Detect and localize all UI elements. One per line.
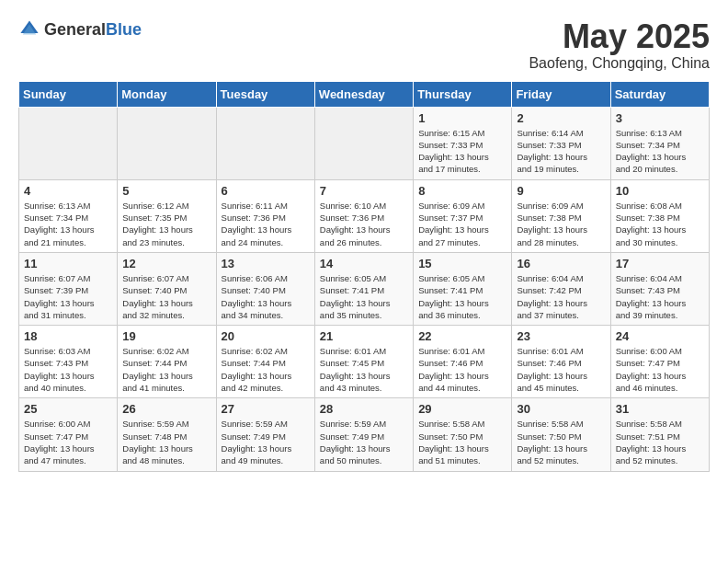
day-number: 7 — [320, 184, 408, 198]
day-number: 4 — [24, 184, 112, 198]
table-row: 18Sunrise: 6:03 AM Sunset: 7:43 PM Dayli… — [19, 326, 118, 398]
day-number: 10 — [616, 184, 704, 198]
day-number: 1 — [418, 111, 506, 125]
header: GeneralBlue May 2025 Baofeng, Chongqing,… — [18, 18, 710, 72]
day-info: Sunrise: 6:12 AM Sunset: 7:35 PM Dayligh… — [122, 200, 210, 248]
day-number: 24 — [616, 329, 704, 343]
day-info: Sunrise: 6:01 AM Sunset: 7:46 PM Dayligh… — [517, 345, 605, 394]
day-number: 13 — [222, 257, 310, 270]
table-row: 31Sunrise: 5:58 AM Sunset: 7:51 PM Dayli… — [610, 398, 709, 471]
day-info: Sunrise: 5:58 AM Sunset: 7:51 PM Dayligh… — [616, 418, 704, 466]
table-row: 13Sunrise: 6:06 AM Sunset: 7:40 PM Dayli… — [216, 252, 314, 325]
table-row: 6Sunrise: 6:11 AM Sunset: 7:36 PM Daylig… — [216, 179, 314, 252]
day-number: 3 — [616, 111, 704, 125]
day-info: Sunrise: 6:01 AM Sunset: 7:46 PM Dayligh… — [418, 345, 506, 394]
table-row: 23Sunrise: 6:01 AM Sunset: 7:46 PM Dayli… — [512, 326, 610, 398]
day-info: Sunrise: 6:13 AM Sunset: 7:34 PM Dayligh… — [616, 127, 704, 176]
calendar-subtitle: Baofeng, Chongqing, China — [529, 55, 710, 72]
table-row: 5Sunrise: 6:12 AM Sunset: 7:35 PM Daylig… — [118, 179, 216, 252]
day-info: Sunrise: 6:03 AM Sunset: 7:43 PM Dayligh… — [24, 345, 112, 394]
day-number: 30 — [517, 402, 605, 416]
title-area: May 2025 Baofeng, Chongqing, China — [529, 18, 710, 72]
table-row — [19, 107, 118, 179]
day-info: Sunrise: 6:02 AM Sunset: 7:44 PM Dayligh… — [122, 345, 210, 394]
table-row: 7Sunrise: 6:10 AM Sunset: 7:36 PM Daylig… — [314, 179, 413, 252]
logo-blue: Blue — [106, 20, 142, 39]
day-number: 23 — [517, 329, 605, 343]
day-info: Sunrise: 6:07 AM Sunset: 7:39 PM Dayligh… — [24, 272, 112, 321]
header-tuesday: Tuesday — [216, 81, 314, 107]
table-row: 8Sunrise: 6:09 AM Sunset: 7:37 PM Daylig… — [414, 179, 512, 252]
day-info: Sunrise: 6:09 AM Sunset: 7:38 PM Dayligh… — [517, 200, 605, 248]
table-row: 15Sunrise: 6:05 AM Sunset: 7:41 PM Dayli… — [414, 252, 512, 325]
header-thursday: Thursday — [414, 81, 512, 107]
calendar-week-row: 18Sunrise: 6:03 AM Sunset: 7:43 PM Dayli… — [19, 326, 710, 398]
day-info: Sunrise: 6:09 AM Sunset: 7:37 PM Dayligh… — [418, 200, 506, 248]
day-info: Sunrise: 5:59 AM Sunset: 7:48 PM Dayligh… — [122, 418, 210, 466]
day-info: Sunrise: 6:05 AM Sunset: 7:41 PM Dayligh… — [418, 272, 506, 321]
day-info: Sunrise: 6:04 AM Sunset: 7:43 PM Dayligh… — [616, 272, 704, 321]
day-info: Sunrise: 5:58 AM Sunset: 7:50 PM Dayligh… — [418, 418, 506, 466]
day-info: Sunrise: 6:15 AM Sunset: 7:33 PM Dayligh… — [418, 127, 506, 176]
day-number: 19 — [122, 329, 210, 343]
day-number: 8 — [418, 184, 506, 198]
day-number: 5 — [122, 184, 210, 198]
table-row — [216, 107, 314, 179]
day-info: Sunrise: 5:59 AM Sunset: 7:49 PM Dayligh… — [320, 418, 408, 466]
day-info: Sunrise: 6:05 AM Sunset: 7:41 PM Dayligh… — [320, 272, 408, 321]
table-row: 10Sunrise: 6:08 AM Sunset: 7:38 PM Dayli… — [610, 179, 709, 252]
day-number: 17 — [616, 257, 704, 270]
day-info: Sunrise: 5:58 AM Sunset: 7:50 PM Dayligh… — [517, 418, 605, 466]
day-number: 29 — [418, 402, 506, 416]
table-row: 22Sunrise: 6:01 AM Sunset: 7:46 PM Dayli… — [414, 326, 512, 398]
day-info: Sunrise: 6:11 AM Sunset: 7:36 PM Dayligh… — [222, 200, 310, 248]
table-row: 28Sunrise: 5:59 AM Sunset: 7:49 PM Dayli… — [314, 398, 413, 471]
calendar-title: May 2025 — [529, 18, 710, 55]
logo: GeneralBlue — [18, 18, 142, 40]
weekday-header-row: Sunday Monday Tuesday Wednesday Thursday… — [19, 81, 710, 107]
header-friday: Friday — [512, 81, 610, 107]
day-number: 12 — [122, 257, 210, 270]
day-number: 31 — [616, 402, 704, 416]
day-number: 27 — [222, 402, 310, 416]
day-number: 28 — [320, 402, 408, 416]
table-row: 1Sunrise: 6:15 AM Sunset: 7:33 PM Daylig… — [414, 107, 512, 179]
day-number: 6 — [222, 184, 310, 198]
day-number: 20 — [222, 329, 310, 343]
day-info: Sunrise: 6:02 AM Sunset: 7:44 PM Dayligh… — [222, 345, 310, 394]
day-info: Sunrise: 6:00 AM Sunset: 7:47 PM Dayligh… — [24, 418, 112, 466]
table-row: 27Sunrise: 5:59 AM Sunset: 7:49 PM Dayli… — [216, 398, 314, 471]
day-number: 2 — [517, 111, 605, 125]
header-wednesday: Wednesday — [314, 81, 413, 107]
day-number: 9 — [517, 184, 605, 198]
table-row: 11Sunrise: 6:07 AM Sunset: 7:39 PM Dayli… — [19, 252, 118, 325]
table-row: 4Sunrise: 6:13 AM Sunset: 7:34 PM Daylig… — [19, 179, 118, 252]
day-info: Sunrise: 6:10 AM Sunset: 7:36 PM Dayligh… — [320, 200, 408, 248]
table-row: 2Sunrise: 6:14 AM Sunset: 7:33 PM Daylig… — [512, 107, 610, 179]
day-number: 25 — [24, 402, 112, 416]
day-info: Sunrise: 6:01 AM Sunset: 7:45 PM Dayligh… — [320, 345, 408, 394]
day-info: Sunrise: 6:00 AM Sunset: 7:47 PM Dayligh… — [616, 345, 704, 394]
table-row: 26Sunrise: 5:59 AM Sunset: 7:48 PM Dayli… — [118, 398, 216, 471]
table-row: 3Sunrise: 6:13 AM Sunset: 7:34 PM Daylig… — [610, 107, 709, 179]
table-row — [314, 107, 413, 179]
table-row: 14Sunrise: 6:05 AM Sunset: 7:41 PM Dayli… — [314, 252, 413, 325]
table-row: 16Sunrise: 6:04 AM Sunset: 7:42 PM Dayli… — [512, 252, 610, 325]
logo-general: General — [44, 20, 106, 39]
day-number: 11 — [24, 257, 112, 270]
logo-text: GeneralBlue — [44, 20, 142, 40]
day-number: 15 — [418, 257, 506, 270]
day-info: Sunrise: 6:07 AM Sunset: 7:40 PM Dayligh… — [122, 272, 210, 321]
table-row: 29Sunrise: 5:58 AM Sunset: 7:50 PM Dayli… — [414, 398, 512, 471]
day-number: 14 — [320, 257, 408, 270]
day-info: Sunrise: 6:04 AM Sunset: 7:42 PM Dayligh… — [517, 272, 605, 321]
table-row: 24Sunrise: 6:00 AM Sunset: 7:47 PM Dayli… — [610, 326, 709, 398]
calendar-table: Sunday Monday Tuesday Wednesday Thursday… — [18, 81, 710, 472]
calendar-week-row: 4Sunrise: 6:13 AM Sunset: 7:34 PM Daylig… — [19, 179, 710, 252]
table-row — [118, 107, 216, 179]
calendar-week-row: 1Sunrise: 6:15 AM Sunset: 7:33 PM Daylig… — [19, 107, 710, 179]
day-number: 26 — [122, 402, 210, 416]
table-row: 25Sunrise: 6:00 AM Sunset: 7:47 PM Dayli… — [19, 398, 118, 471]
table-row: 30Sunrise: 5:58 AM Sunset: 7:50 PM Dayli… — [512, 398, 610, 471]
day-number: 21 — [320, 329, 408, 343]
